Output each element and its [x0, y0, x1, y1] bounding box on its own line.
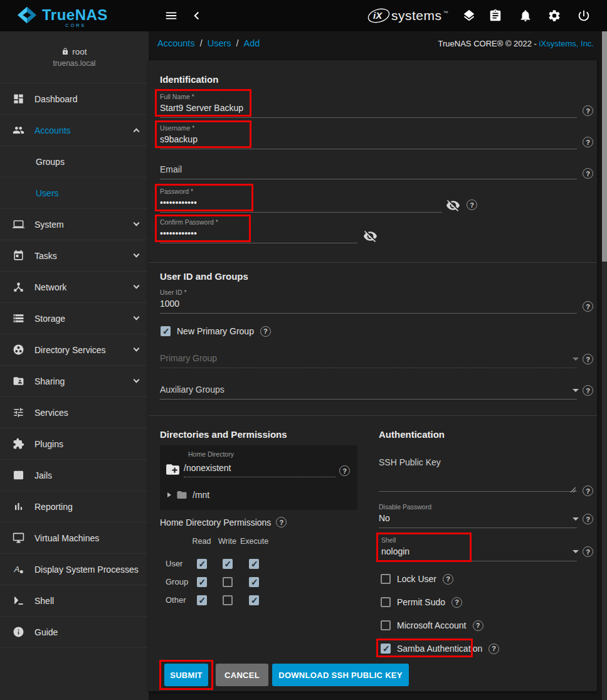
user-id-value[interactable]: 1000: [160, 299, 577, 314]
help-icon[interactable]: ?: [276, 517, 287, 528]
breadcrumb-users[interactable]: Users: [208, 38, 231, 48]
sidebar-item-dashboard[interactable]: Dashboard: [0, 83, 149, 115]
back-chevron-button[interactable]: [189, 8, 204, 23]
toggle-password-visibility-button[interactable]: [446, 198, 460, 213]
ixsystems-link[interactable]: iXsystems, Inc.: [539, 39, 594, 48]
permissions-label: Home Directory Permissions: [160, 517, 271, 528]
sidebar-item-accounts[interactable]: Accounts: [0, 115, 149, 146]
jobs-button[interactable]: [488, 8, 503, 23]
user-id-field[interactable]: User ID * 1000: [160, 289, 577, 314]
sidebar-item-tasks[interactable]: Tasks: [0, 240, 149, 272]
perm-group-write-checkbox[interactable]: [223, 577, 233, 587]
microsoft-account-checkbox[interactable]: [381, 620, 391, 630]
shell-value[interactable]: nologin: [381, 546, 577, 561]
permit-sudo-checkbox[interactable]: [381, 597, 391, 607]
toggle-password-visibility-button[interactable]: [363, 229, 377, 243]
help-icon[interactable]: ?: [339, 465, 350, 476]
help-icon[interactable]: ?: [583, 168, 593, 179]
sidebar-item-reporting[interactable]: Reporting: [0, 491, 149, 522]
help-icon[interactable]: ?: [583, 105, 593, 116]
lock-user-checkbox[interactable]: [381, 574, 391, 584]
home-directory-permissions-row: Home Directory Permissions ?: [160, 517, 287, 528]
sidebar-item-system[interactable]: System: [0, 209, 149, 240]
perm-group-execute-checkbox[interactable]: [249, 577, 259, 587]
username-field[interactable]: Username * s9backup: [160, 124, 577, 149]
submit-button[interactable]: SUBMIT: [164, 664, 208, 686]
breadcrumb-add[interactable]: Add: [244, 38, 260, 48]
primary-group-select[interactable]: Primary Group: [160, 353, 577, 368]
perm-header-execute: Execute: [240, 537, 268, 554]
sidebar-item-directory-services[interactable]: Directory Services: [0, 334, 149, 366]
password-value[interactable]: ••••••••••••: [160, 198, 442, 213]
email-placeholder[interactable]: Email: [160, 164, 577, 179]
scrollbar[interactable]: [602, 31, 607, 700]
help-icon[interactable]: ?: [583, 514, 593, 524]
breadcrumb-separator: /: [200, 38, 203, 48]
sidebar-item-shell[interactable]: Shell: [0, 585, 149, 617]
main-content: Accounts / Users / Add TrueNAS CORE® © 2…: [149, 31, 602, 700]
sidebar-item-network[interactable]: Network: [0, 272, 149, 303]
primary-group-placeholder[interactable]: Primary Group: [160, 353, 577, 368]
cancel-button[interactable]: CANCEL: [216, 664, 268, 686]
disable-password-value[interactable]: No: [379, 513, 577, 528]
sidebar-item-jails[interactable]: Jails: [0, 460, 149, 491]
auxiliary-groups-placeholder[interactable]: Auxiliary Groups: [160, 384, 577, 400]
help-icon[interactable]: ?: [583, 546, 593, 557]
full-name-field[interactable]: Full Name * Start9 Server Backup: [160, 93, 577, 118]
help-icon[interactable]: ?: [488, 644, 499, 654]
settings-button[interactable]: [547, 8, 562, 23]
help-icon[interactable]: ?: [583, 354, 593, 364]
resize-handle-icon[interactable]: [570, 484, 576, 496]
help-icon[interactable]: ?: [473, 620, 483, 631]
add-folder-icon[interactable]: [165, 462, 181, 480]
help-icon[interactable]: ?: [583, 385, 593, 396]
truenas-logo-icon: [16, 5, 38, 25]
perm-user-execute-checkbox[interactable]: [249, 559, 259, 569]
disable-password-select[interactable]: Disable Password No: [379, 503, 577, 528]
truenas-logo[interactable]: TrueNAS CORE: [16, 5, 108, 25]
confirm-password-field[interactable]: Confirm Password * ••••••••••••: [160, 218, 357, 243]
sidebar-item-guide[interactable]: Guide: [0, 617, 149, 648]
download-ssh-key-button[interactable]: DOWNLOAD SSH PUBLIC KEY: [272, 664, 409, 686]
password-field[interactable]: Password * ••••••••••••: [160, 188, 442, 213]
help-icon[interactable]: ?: [443, 574, 453, 585]
perm-other-read-checkbox[interactable]: [197, 595, 207, 605]
sidebar-item-virtual-machines[interactable]: Virtual Machines: [0, 522, 149, 554]
scrollbar-thumb[interactable]: [602, 31, 607, 262]
new-primary-group-checkbox[interactable]: [161, 326, 171, 336]
sidebar-item-services[interactable]: Services: [0, 397, 149, 428]
full-name-value[interactable]: Start9 Server Backup: [160, 103, 577, 118]
help-icon[interactable]: ?: [451, 597, 462, 608]
sidebar-item-sharing[interactable]: Sharing: [0, 366, 149, 397]
perm-user-read-checkbox[interactable]: [197, 559, 207, 569]
sidebar-item-users[interactable]: Users: [0, 178, 149, 209]
perm-group-read-checkbox[interactable]: [197, 577, 207, 587]
help-icon[interactable]: ?: [583, 485, 593, 496]
perm-other-execute-checkbox[interactable]: [249, 595, 259, 605]
tree-node-mnt[interactable]: /mnt: [167, 489, 209, 501]
menu-toggle-button[interactable]: [164, 8, 179, 23]
email-field[interactable]: Email: [160, 164, 577, 179]
truecommand-button[interactable]: [462, 8, 477, 23]
help-icon[interactable]: ?: [260, 326, 271, 337]
tree-expand-icon[interactable]: [167, 492, 171, 497]
help-icon[interactable]: ?: [583, 301, 593, 312]
samba-authentication-checkbox[interactable]: [381, 644, 391, 654]
confirm-password-value[interactable]: ••••••••••••: [160, 228, 357, 243]
power-button[interactable]: [576, 8, 591, 23]
perm-user-write-checkbox[interactable]: [223, 559, 233, 569]
auxiliary-groups-select[interactable]: Auxiliary Groups: [160, 384, 577, 400]
shell-select[interactable]: Shell nologin: [381, 536, 577, 561]
help-icon[interactable]: ?: [583, 137, 593, 147]
sidebar-item-storage[interactable]: Storage: [0, 303, 149, 334]
home-directory-value[interactable]: /nonexistent: [184, 463, 335, 477]
alerts-button[interactable]: [518, 8, 533, 23]
help-icon[interactable]: ?: [467, 199, 477, 210]
ssh-public-key-textarea[interactable]: [379, 491, 577, 492]
sidebar-item-plugins[interactable]: Plugins: [0, 428, 149, 460]
breadcrumb-accounts[interactable]: Accounts: [157, 38, 195, 48]
username-value[interactable]: s9backup: [160, 134, 577, 149]
sidebar-item-groups[interactable]: Groups: [0, 146, 149, 178]
sidebar-item-display-system-processes[interactable]: A Display System Processes: [0, 554, 149, 585]
perm-other-write-checkbox[interactable]: [223, 595, 233, 605]
